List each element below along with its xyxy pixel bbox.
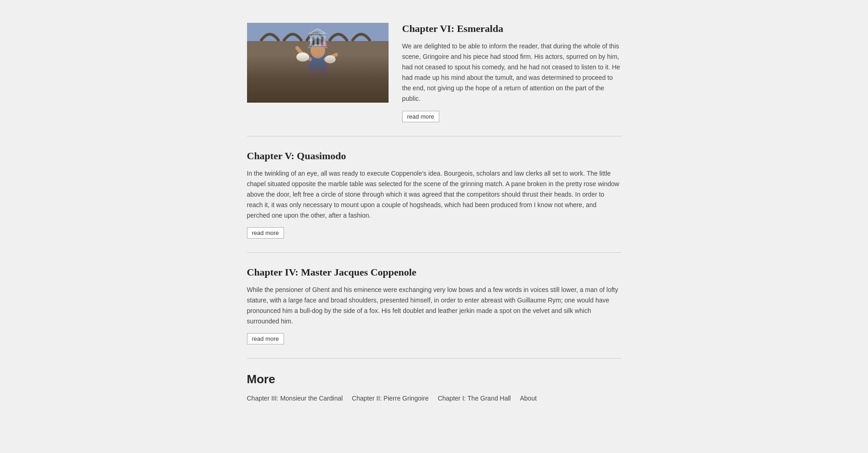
svg-point-5 (361, 87, 375, 103)
chapter-v-section: Chapter V: Quasimodo In the twinkling of… (247, 136, 621, 253)
more-section: More Chapter III: Monsieur the Cardinal … (247, 359, 621, 411)
chapter-iv-text: While the pensioner of Ghent and his emi… (247, 285, 621, 327)
more-link-about[interactable]: About (520, 395, 537, 402)
chapter-vi-image (247, 23, 389, 103)
chapter-vi-read-more[interactable]: read more (402, 111, 439, 122)
more-links-container: Chapter III: Monsieur the Cardinal Chapt… (247, 395, 621, 402)
more-link-chapter-i[interactable]: Chapter I: The Grand Hall (438, 395, 511, 402)
more-link-chapter-iii[interactable]: Chapter III: Monsieur the Cardinal (247, 395, 343, 402)
svg-rect-10 (310, 55, 326, 71)
chapter-vi-content: Chapter VI: Esmeralda We are delighted t… (402, 23, 621, 122)
svg-point-7 (296, 89, 307, 103)
svg-point-11 (310, 42, 325, 58)
svg-point-14 (325, 55, 336, 63)
chapter-iv-title: Chapter IV: Master Jacques Coppenole (247, 266, 621, 278)
svg-point-3 (281, 87, 295, 103)
svg-point-4 (344, 84, 360, 103)
chapter-iv-read-more[interactable]: read more (247, 333, 284, 344)
chapter-vi-section: Chapter VI: Esmeralda We are delighted t… (247, 9, 621, 136)
svg-point-2 (262, 84, 278, 103)
svg-point-6 (251, 89, 262, 103)
svg-point-9 (308, 51, 328, 77)
more-title: More (247, 372, 621, 386)
esmeralda-illustration (247, 23, 389, 103)
chapter-v-text: In the twinkling of an eye, all was read… (247, 168, 621, 221)
chapter-vi-text: We are delighted to be able to inform th… (402, 41, 621, 104)
chapter-vi-title: Chapter VI: Esmeralda (402, 23, 621, 35)
chapter-v-title: Chapter V: Quasimodo (247, 150, 621, 162)
svg-point-8 (372, 89, 383, 103)
page-wrapper: Chapter VI: Esmeralda We are delighted t… (229, 0, 640, 429)
svg-point-12 (321, 42, 327, 48)
more-link-chapter-ii[interactable]: Chapter II: Pierre Gringoire (352, 395, 429, 402)
chapter-iv-section: Chapter IV: Master Jacques Coppenole Whi… (247, 253, 621, 359)
chapter-v-read-more[interactable]: read more (247, 227, 284, 239)
svg-point-13 (296, 52, 309, 62)
